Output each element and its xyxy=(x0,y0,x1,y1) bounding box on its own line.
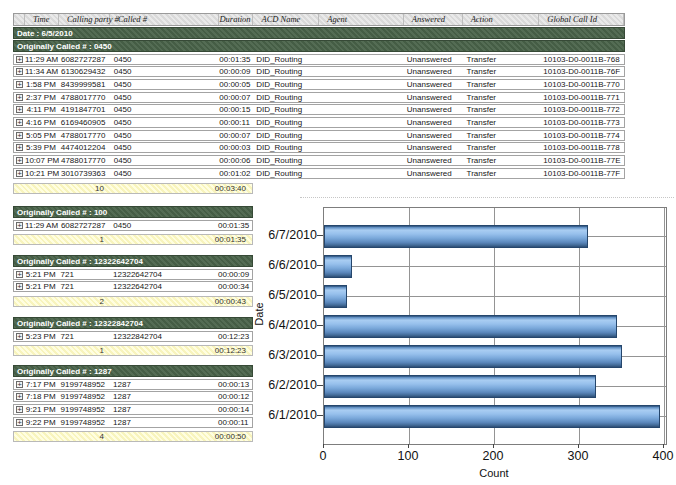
called-cell: 0450 xyxy=(110,169,220,178)
action-cell: Transfer xyxy=(463,80,540,89)
chart-bar xyxy=(324,255,352,278)
expand-plus-icon[interactable]: + xyxy=(16,333,23,340)
expand-cell: + xyxy=(14,55,25,64)
answered-cell: Unanswered xyxy=(404,169,463,178)
table-row: +5:23 PM7211232284270400:12:23 xyxy=(13,331,253,342)
answered-cell: Unanswered xyxy=(404,105,463,114)
acd-cell: DID_Routing xyxy=(253,93,319,102)
table-row: +4:16 PM6169460905045000:00:11DID_Routin… xyxy=(13,117,625,128)
duration-cell: 00:01:02 xyxy=(219,169,253,178)
calling-cell: 4788017770 xyxy=(59,156,110,165)
calling-cell: 6169460905 xyxy=(59,118,110,127)
y-tick-label: 6/5/2010 xyxy=(251,288,317,302)
group-header-label: Originally Called # : 12322842704 xyxy=(17,319,143,328)
duration-cell: 00:00:14 xyxy=(218,405,252,414)
summary-count: 1 xyxy=(14,346,110,355)
answered-cell: Unanswered xyxy=(404,55,463,64)
y-tick-label: 6/2/2010 xyxy=(251,378,317,392)
group-summary-row: 1000:03:40 xyxy=(13,183,253,194)
time-cell: 11:34 AM xyxy=(25,67,59,76)
table-row: +10:21 PM3010739363045000:01:02DID_Routi… xyxy=(13,168,625,179)
calling-cell: 6082727287 xyxy=(59,221,109,230)
expand-plus-icon[interactable]: + xyxy=(16,81,23,88)
chart-bar xyxy=(324,405,660,428)
expand-plus-icon[interactable]: + xyxy=(16,68,23,75)
expand-plus-icon[interactable]: + xyxy=(16,56,23,63)
expand-plus-icon[interactable]: + xyxy=(16,283,23,290)
duration-cell: 00:00:15 xyxy=(219,105,253,114)
table-row: +5:21 PM7211232264270400:00:09 xyxy=(13,269,253,280)
time-cell: 5:05 PM xyxy=(25,131,59,140)
global-cell: 10103-D0-0011B-76F xyxy=(539,67,624,76)
y-axis-tick xyxy=(317,325,323,326)
action-cell: Transfer xyxy=(463,105,540,114)
group-summary-row: 100:01:35 xyxy=(13,234,253,245)
y-axis-tick xyxy=(317,415,323,416)
x-tick-label: 100 xyxy=(388,449,428,463)
calling-cell: 9199748952 xyxy=(59,380,110,389)
expand-plus-icon[interactable]: + xyxy=(16,157,23,164)
column-header-global: Global Call Id xyxy=(539,14,624,25)
y-tick-label: 6/4/2010 xyxy=(251,318,317,332)
time-cell: 11:29 AM xyxy=(25,55,59,64)
time-cell: 9:22 PM xyxy=(25,418,59,427)
duration-cell: 00:00:09 xyxy=(218,270,252,279)
expand-plus-icon[interactable]: + xyxy=(16,271,23,278)
column-header-calling: Calling party # xyxy=(59,14,110,25)
summary-total-duration: 00:01:35 xyxy=(110,235,250,244)
y-tick-label: 6/6/2010 xyxy=(251,258,317,272)
time-cell: 5:23 PM xyxy=(25,332,59,341)
summary-count: 2 xyxy=(14,297,110,306)
expand-cell: + xyxy=(14,80,25,89)
date-group-label: Date : 6/5/2010 xyxy=(17,29,73,38)
expand-plus-icon[interactable]: + xyxy=(16,132,23,139)
x-axis-tick xyxy=(408,444,409,448)
expand-plus-icon[interactable]: + xyxy=(16,393,23,400)
x-axis-title: Count xyxy=(323,467,665,479)
expand-plus-icon[interactable]: + xyxy=(16,406,23,413)
y-tick-label: 6/7/2010 xyxy=(251,228,317,242)
group-header: Originally Called # : 12322642704 xyxy=(13,255,253,267)
table-row: +7:18 PM9199748952128700:00:12 xyxy=(13,391,253,402)
expand-cell: + xyxy=(14,118,25,127)
expand-plus-icon[interactable]: + xyxy=(16,170,23,177)
duration-cell: 00:01:35 xyxy=(218,221,252,230)
column-header-answered: Answered xyxy=(404,14,463,25)
global-cell: 10103-D0-0011B-770 xyxy=(539,80,624,89)
date-group-header: Date : 6/5/2010 xyxy=(13,27,625,39)
expand-plus-icon[interactable]: + xyxy=(16,119,23,126)
calling-cell: 3010739363 xyxy=(59,169,110,178)
expand-cell: + xyxy=(14,332,25,341)
answered-cell: Unanswered xyxy=(404,156,463,165)
y-axis-tick xyxy=(317,235,323,236)
global-cell: 10103-D0-0011B-771 xyxy=(539,93,624,102)
time-cell: 10:21 PM xyxy=(25,169,59,178)
y-gridline xyxy=(324,296,666,297)
calling-cell: 9199748952 xyxy=(59,405,110,414)
acd-cell: DID_Routing xyxy=(253,67,319,76)
group-header-label: Originally Called # : 12322642704 xyxy=(17,257,143,266)
expand-plus-icon[interactable]: + xyxy=(16,106,23,113)
table-row: +4:11 PM4191847701045000:00:15DID_Routin… xyxy=(13,104,625,115)
summary-total-duration: 00:00:43 xyxy=(110,297,250,306)
called-cell: 12322642704 xyxy=(109,270,218,279)
expand-plus-icon[interactable]: + xyxy=(16,144,23,151)
global-cell: 10103-D0-0011B-772 xyxy=(539,105,624,114)
time-cell: 5:21 PM xyxy=(25,270,59,279)
table-row: +7:17 PM9199748952128700:00:13 xyxy=(13,379,253,390)
expand-plus-icon[interactable]: + xyxy=(16,419,23,426)
duration-cell: 00:00:12 xyxy=(218,392,252,401)
chart-bar xyxy=(324,345,622,368)
expand-plus-icon[interactable]: + xyxy=(16,222,23,229)
duration-cell: 00:00:03 xyxy=(219,143,253,152)
expand-plus-icon[interactable]: + xyxy=(16,94,23,101)
called-cell: 12322842704 xyxy=(109,332,218,341)
expand-plus-icon[interactable]: + xyxy=(16,381,23,388)
acd-cell: DID_Routing xyxy=(253,156,319,165)
duration-cell: 00:00:09 xyxy=(219,67,253,76)
y-axis-tick xyxy=(317,385,323,386)
summary-count: 10 xyxy=(14,184,110,193)
expand-cell: + xyxy=(14,169,25,178)
agent-cell xyxy=(319,80,404,89)
action-cell: Transfer xyxy=(463,55,540,64)
